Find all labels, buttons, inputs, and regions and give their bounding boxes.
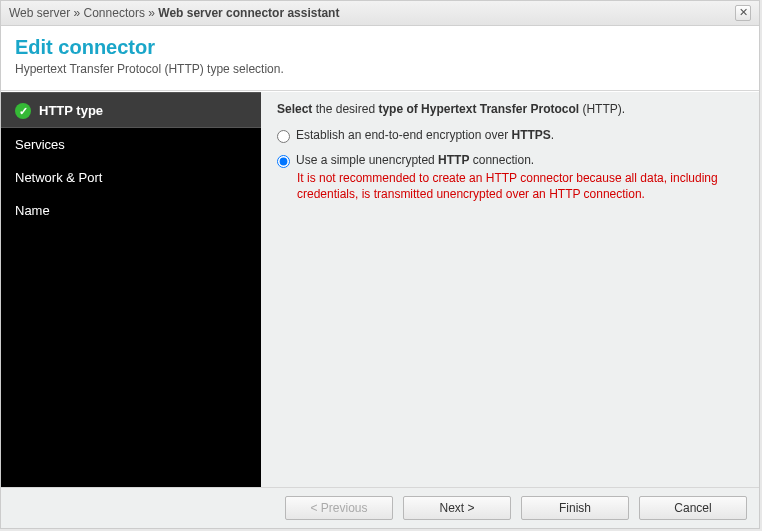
option-http-text-post: connection. xyxy=(469,153,534,167)
dialog-footer: < Previous Next > Finish Cancel xyxy=(1,487,759,528)
wizard-content: Select the desired type of Hypertext Tra… xyxy=(261,92,759,487)
option-https-text-post: . xyxy=(551,128,554,142)
sidebar-item-services[interactable]: ✓ Services xyxy=(1,128,261,161)
close-icon[interactable]: ✕ xyxy=(735,5,751,21)
sidebar-item-http-type[interactable]: ✓ HTTP type xyxy=(1,92,261,128)
instruction-text-mid: the desired xyxy=(312,102,378,116)
page-title: Edit connector xyxy=(15,36,745,59)
option-https[interactable]: Establish an end-to-end encryption over … xyxy=(277,128,743,143)
instruction-text: Select the desired type of Hypertext Tra… xyxy=(277,102,743,116)
sidebar-item-name[interactable]: ✓ Name xyxy=(1,194,261,227)
radio-http[interactable] xyxy=(277,155,290,168)
finish-button[interactable]: Finish xyxy=(521,496,629,520)
radio-https[interactable] xyxy=(277,130,290,143)
wizard-sidebar: ✓ HTTP type ✓ Services ✓ Network & Port … xyxy=(1,92,261,487)
sidebar-item-network-port[interactable]: ✓ Network & Port xyxy=(1,161,261,194)
option-https-label: Establish an end-to-end encryption over … xyxy=(296,128,554,142)
sidebar-item-label: HTTP type xyxy=(39,103,103,118)
breadcrumb-bar: Web server » Connectors » Web server con… xyxy=(1,1,759,26)
previous-button: < Previous xyxy=(285,496,393,520)
option-https-text-pre: Establish an end-to-end encryption over xyxy=(296,128,511,142)
breadcrumb-sep: » xyxy=(148,6,155,20)
option-http-text-pre: Use a simple unencrypted xyxy=(296,153,438,167)
sidebar-item-label: Network & Port xyxy=(15,170,102,185)
breadcrumb-part-1[interactable]: Web server xyxy=(9,6,70,20)
page-subtitle: Hypertext Transfer Protocol (HTTP) type … xyxy=(15,62,745,76)
sidebar-item-label: Services xyxy=(15,137,65,152)
option-http-label: Use a simple unencrypted HTTP connection… xyxy=(296,153,534,167)
breadcrumb-sep: » xyxy=(73,6,80,20)
next-button[interactable]: Next > xyxy=(403,496,511,520)
instruction-bold-2: type of Hypertext Transfer Protocol xyxy=(378,102,579,116)
breadcrumb-part-3: Web server connector assistant xyxy=(158,6,339,20)
dialog-header: Edit connector Hypertext Transfer Protoc… xyxy=(1,26,759,91)
option-http-text-bold: HTTP xyxy=(438,153,469,167)
option-https-text-bold: HTTPS xyxy=(511,128,550,142)
cancel-button[interactable]: Cancel xyxy=(639,496,747,520)
dialog-body: ✓ HTTP type ✓ Services ✓ Network & Port … xyxy=(1,91,759,487)
connector-dialog: Web server » Connectors » Web server con… xyxy=(0,0,760,529)
breadcrumb-part-2[interactable]: Connectors xyxy=(84,6,145,20)
breadcrumb: Web server » Connectors » Web server con… xyxy=(9,6,339,20)
instruction-bold-1: Select xyxy=(277,102,312,116)
option-http[interactable]: Use a simple unencrypted HTTP connection… xyxy=(277,153,743,168)
instruction-text-suffix: (HTTP). xyxy=(579,102,625,116)
sidebar-item-label: Name xyxy=(15,203,50,218)
check-icon: ✓ xyxy=(15,103,31,119)
http-warning: It is not recommended to create an HTTP … xyxy=(297,170,743,202)
